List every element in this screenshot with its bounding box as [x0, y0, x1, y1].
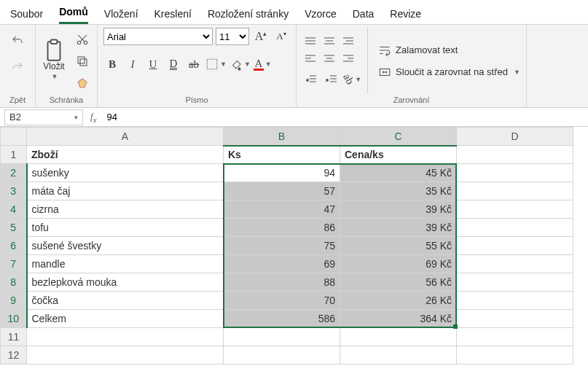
increase-font-button[interactable]: A▴ [252, 28, 270, 45]
font-size-select[interactable]: 11 [216, 28, 249, 45]
tab-revize[interactable]: Revize [390, 8, 421, 24]
cell-C9[interactable]: 26 Kč [340, 292, 457, 310]
tab-vzorce[interactable]: Vzorce [305, 8, 337, 24]
cell-B11[interactable] [224, 328, 340, 346]
align-top-left-button[interactable] [302, 34, 318, 49]
cell-A5[interactable]: tofu [27, 219, 224, 237]
fx-icon[interactable]: fx [83, 111, 103, 124]
decrease-font-button[interactable]: A▾ [273, 28, 290, 45]
paste-menu-caret[interactable]: ▼ [52, 73, 58, 80]
cell-A6[interactable]: sušené švestky [27, 237, 224, 255]
decrease-indent-button[interactable] [302, 71, 320, 88]
wrap-text-button[interactable]: Zalamovat text [378, 44, 520, 57]
font-name-select[interactable]: Arial [103, 28, 213, 45]
format-painter-button[interactable] [74, 74, 91, 92]
row-header-3[interactable]: 3 [1, 182, 27, 200]
row-header-11[interactable]: 11 [1, 328, 27, 346]
cell-B10[interactable]: 586 [224, 310, 340, 328]
font-color-button[interactable]: A▼ [254, 55, 272, 73]
cell-C3[interactable]: 35 Kč [340, 182, 457, 200]
cell-A9[interactable]: čočka [27, 292, 224, 310]
cell-B2[interactable]: 94 [224, 164, 340, 182]
underline-button[interactable]: U [144, 55, 162, 73]
cell-A2[interactable]: sušenky [27, 164, 224, 182]
name-box[interactable]: B2▾ [4, 109, 83, 125]
row-header-1[interactable]: 1 [1, 146, 27, 164]
cell-D9[interactable] [457, 292, 573, 310]
cut-button[interactable] [74, 31, 91, 48]
col-header-C[interactable]: C [340, 128, 457, 146]
cell-A7[interactable]: mandle [27, 255, 224, 273]
cell-C10[interactable]: 364 Kč [340, 310, 457, 328]
cell-C8[interactable]: 56 Kč [340, 273, 457, 292]
cell-D8[interactable] [457, 273, 573, 292]
row-header-9[interactable]: 9 [1, 292, 27, 310]
cell-C4[interactable]: 39 Kč [340, 200, 457, 219]
cell-D7[interactable] [457, 255, 573, 273]
cell-D5[interactable] [457, 219, 573, 237]
formula-input[interactable] [103, 109, 588, 125]
paste-button[interactable] [42, 42, 66, 60]
row-header-5[interactable]: 5 [1, 219, 27, 237]
row-header-12[interactable]: 12 [1, 346, 27, 365]
align-left-button[interactable] [302, 52, 318, 66]
cell-C7[interactable]: 69 Kč [340, 255, 457, 273]
spreadsheet-grid[interactable]: ABCD 1ZbožíKsCena/ks2sušenky9445 Kč3máta… [0, 127, 588, 365]
select-all-corner[interactable] [1, 128, 27, 146]
tab-kreslení[interactable]: Kreslení [154, 8, 192, 24]
cell-D1[interactable] [457, 146, 573, 164]
cell-B5[interactable]: 86 [224, 219, 340, 237]
cell-D12[interactable] [457, 346, 573, 365]
cell-A8[interactable]: bezlepková mouka [27, 273, 224, 292]
cell-D6[interactable] [457, 237, 573, 255]
tab-rozložení stránky[interactable]: Rozložení stránky [208, 8, 289, 24]
row-header-6[interactable]: 6 [1, 237, 27, 255]
row-header-7[interactable]: 7 [1, 255, 27, 273]
tab-domů[interactable]: Domů [59, 6, 88, 24]
align-right-button[interactable] [340, 52, 356, 66]
undo-button[interactable] [9, 32, 26, 50]
cell-D11[interactable] [457, 328, 573, 346]
cell-B7[interactable]: 69 [224, 255, 340, 273]
borders-button[interactable]: ▼ [205, 55, 227, 73]
row-header-2[interactable]: 2 [1, 164, 27, 182]
cell-A10[interactable]: Celkem [27, 310, 224, 328]
cell-C12[interactable] [340, 346, 457, 365]
col-header-B[interactable]: B [224, 128, 340, 146]
cell-C6[interactable]: 55 Kč [340, 237, 457, 255]
redo-button[interactable] [9, 58, 26, 76]
cell-C11[interactable] [340, 328, 457, 346]
col-header-D[interactable]: D [457, 128, 573, 146]
cell-D3[interactable] [457, 182, 573, 200]
cell-A1[interactable]: Zboží [27, 146, 224, 164]
cell-C2[interactable]: 45 Kč [340, 164, 457, 182]
cell-D10[interactable] [457, 310, 573, 328]
copy-button[interactable] [74, 52, 91, 70]
bold-button[interactable]: B [103, 55, 121, 73]
cell-B6[interactable]: 75 [224, 237, 340, 255]
orientation-button[interactable]: ab▼ [343, 71, 361, 88]
cell-A11[interactable] [27, 328, 224, 346]
cell-C1[interactable]: Cena/ks [340, 146, 457, 164]
italic-button[interactable]: I [124, 55, 141, 73]
cell-A4[interactable]: cizrna [27, 200, 224, 219]
cell-A12[interactable] [27, 346, 224, 365]
tab-soubor[interactable]: Soubor [10, 8, 43, 24]
row-header-4[interactable]: 4 [1, 200, 27, 219]
merge-center-button[interactable]: Sloučit a zarovnat na střed ▼ [378, 66, 520, 79]
cell-D4[interactable] [457, 200, 573, 219]
cell-B3[interactable]: 57 [224, 182, 340, 200]
strikethrough-button[interactable]: ab [185, 55, 203, 73]
double-underline-button[interactable]: D [165, 55, 182, 73]
cell-C5[interactable]: 39 Kč [340, 219, 457, 237]
cell-B4[interactable]: 47 [224, 200, 340, 219]
cell-B9[interactable]: 70 [224, 292, 340, 310]
align-top-center-button[interactable] [321, 34, 337, 49]
cell-A3[interactable]: máta čaj [27, 182, 224, 200]
tab-vložení[interactable]: Vložení [104, 8, 138, 24]
fill-color-button[interactable]: ▼ [230, 55, 251, 73]
cell-D2[interactable] [457, 164, 573, 182]
align-center-button[interactable] [321, 52, 337, 66]
cell-B8[interactable]: 88 [224, 273, 340, 292]
row-header-10[interactable]: 10 [1, 310, 27, 328]
